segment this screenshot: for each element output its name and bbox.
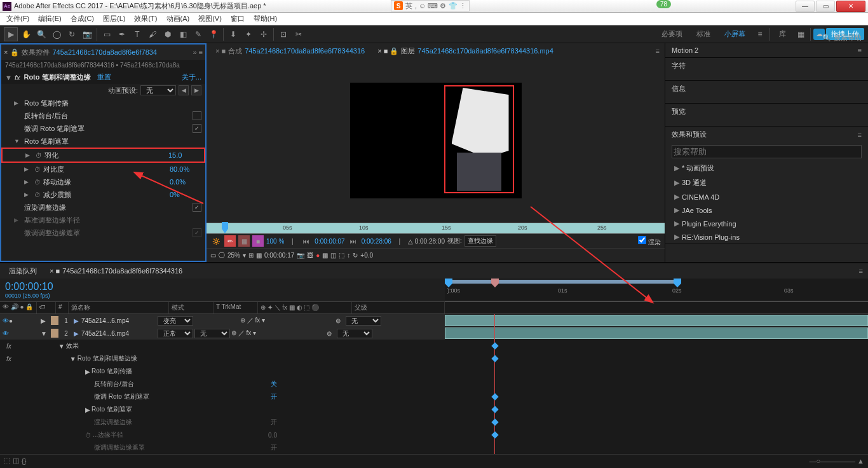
in-marker[interactable] xyxy=(445,279,452,287)
hand-tool[interactable]: ✋ xyxy=(19,27,33,41)
layer-bar[interactable] xyxy=(445,327,868,339)
refine-edge-icon[interactable]: ▦ xyxy=(238,235,250,247)
preset-item[interactable]: ▶3D 通道 xyxy=(665,176,868,190)
library-label[interactable]: 库 xyxy=(773,29,792,39)
resolution-icon[interactable]: ▭ xyxy=(210,252,216,259)
keyframe-icon[interactable] xyxy=(491,431,498,438)
menu-window[interactable]: 窗口 xyxy=(227,13,248,25)
prop-matte[interactable]: ▼Roto 笔刷遮罩 xyxy=(1,135,205,148)
keyframe-icon[interactable] xyxy=(491,418,498,425)
parent-select[interactable]: 无 xyxy=(337,329,372,338)
frame-time[interactable]: 0:00:00:17 xyxy=(264,252,294,259)
stopwatch-icon[interactable]: ⏱ xyxy=(34,179,43,186)
prop-feather[interactable]: ▶⏱羽化15.0 xyxy=(3,149,204,162)
rotate-tool[interactable]: ↻ xyxy=(65,27,79,41)
preset-item[interactable]: ▶* 动画预设 xyxy=(665,161,868,176)
refresh-icon[interactable]: ↻ xyxy=(353,252,358,259)
zoom-slider[interactable]: —○————— ▲ xyxy=(809,457,864,465)
snap-toggle[interactable]: ⊡ xyxy=(276,27,290,41)
orbit-tool[interactable]: ◯ xyxy=(50,27,64,41)
keyframe-icon[interactable] xyxy=(491,342,498,349)
workspace-small[interactable]: 小屏幕 xyxy=(718,29,752,39)
show-snapshot-icon[interactable]: 🖼 xyxy=(307,252,313,259)
preset-next[interactable]: ▶ xyxy=(191,85,201,95)
snapshot-icon[interactable]: 📷 xyxy=(297,252,304,259)
channel-icon[interactable]: ▦ xyxy=(256,252,262,259)
col-trkmat[interactable]: T TrkMat xyxy=(214,302,258,313)
about-link[interactable]: 关于... xyxy=(182,72,201,82)
prop-refine[interactable]: 渲染调整边缘✓ xyxy=(1,201,205,214)
eye-icon[interactable]: 👁 xyxy=(3,330,9,337)
panel-info[interactable]: 信息 xyxy=(665,81,868,97)
menu-help[interactable]: 帮助(H) xyxy=(250,13,281,25)
effects-search[interactable] xyxy=(672,145,862,158)
zoom-tool[interactable]: 🔍 xyxy=(34,27,48,41)
minimize-button[interactable]: — xyxy=(796,1,815,12)
view-axis[interactable]: ✢ xyxy=(257,27,271,41)
preset-select[interactable]: 无 xyxy=(140,85,176,95)
workspace-essentials[interactable]: 必要项 xyxy=(655,29,689,39)
prop-invert[interactable]: 反转前台/后台 xyxy=(1,109,205,122)
pin-tool[interactable]: 📍 xyxy=(207,27,220,41)
selection-tool[interactable]: ▶ xyxy=(4,27,18,41)
fx-prop-row[interactable]: 微调 Roto 笔刷遮罩开 xyxy=(0,390,445,403)
checkbox[interactable]: ✓ xyxy=(193,228,201,237)
panel-menu-icon[interactable]: ≡ xyxy=(656,47,660,55)
prop-finematte[interactable]: 微调调整边缘遮罩✓ xyxy=(1,226,205,239)
preset-item[interactable]: ▶RE:Vision Plug-ins xyxy=(665,230,868,244)
fx-row[interactable]: fx▼ Roto 笔刷和调整边缘 xyxy=(0,352,445,365)
checkbox[interactable]: ✓ xyxy=(193,203,201,212)
fx-prop-row[interactable]: ⏱ ...边缘半径0.0 xyxy=(0,429,445,441)
panel-effects-presets[interactable]: 效果和预设≡ xyxy=(665,127,868,142)
panel-menu-icon[interactable]: ≡ xyxy=(859,267,863,275)
color-icon[interactable]: ● xyxy=(316,252,320,259)
misc-tool[interactable]: ✂ xyxy=(292,27,306,41)
render-queue-tab[interactable]: 渲染队列 xyxy=(5,265,41,277)
layer-tab[interactable]: × ■ 🔒 图层 745a21468c170da8ad8f6e6f7834431… xyxy=(374,45,557,57)
checkbox[interactable]: ✓ xyxy=(193,124,201,133)
stopwatch-icon[interactable]: ⏱ xyxy=(36,152,44,159)
stopwatch-icon[interactable]: ⏱ xyxy=(34,166,43,173)
toggle-brackets-icon[interactable]: {} xyxy=(22,457,26,465)
lock-icon[interactable]: 🔒 xyxy=(10,48,19,57)
guide-icon[interactable]: ↕ xyxy=(347,252,350,259)
transparency-icon[interactable]: ◫ xyxy=(330,252,336,259)
region-icon[interactable]: ▦ xyxy=(322,252,328,259)
menu-edit[interactable]: 编辑(E) xyxy=(34,13,65,25)
fx-prop-row[interactable]: ▶ Roto 笔刷传播 xyxy=(0,365,445,378)
zoom-pct[interactable]: 100 % xyxy=(266,238,284,245)
fx-icon[interactable]: fx xyxy=(15,74,20,81)
preset-item[interactable]: ▶CINEMA 4D xyxy=(665,190,868,203)
eye-icon[interactable]: 👁 xyxy=(3,317,9,324)
timeline-tracks[interactable] xyxy=(445,314,868,454)
time-ruler[interactable]: ):00s 01s 02s 03s xyxy=(445,279,868,301)
workspace-menu-icon[interactable]: ≡ xyxy=(753,27,767,41)
prop-propagate[interactable]: ▶Roto 笔刷传播 xyxy=(1,97,205,109)
brush-tool[interactable]: 🖌 xyxy=(146,27,159,41)
reset-link[interactable]: 重置 xyxy=(97,72,111,82)
panel-preview[interactable]: 预览 xyxy=(665,104,868,120)
parent-select[interactable]: 无 xyxy=(346,316,381,326)
roto-brush-icon[interactable]: ✏ xyxy=(224,235,236,247)
blend-mode[interactable]: 变亮 xyxy=(158,316,193,326)
out-marker[interactable] xyxy=(674,279,681,287)
text-tool[interactable]: T xyxy=(130,27,144,41)
keyframe-icon[interactable] xyxy=(491,406,498,413)
blend-mode[interactable]: 正常 xyxy=(158,329,193,338)
render-check[interactable] xyxy=(638,236,646,244)
panel-motion2[interactable]: Motion 2≡ xyxy=(665,43,868,57)
current-time-display[interactable]: 0:00:00:10 xyxy=(5,281,440,292)
keyframe-icon[interactable] xyxy=(491,393,498,400)
pen-tool[interactable]: ✒ xyxy=(115,27,129,41)
preset-item[interactable]: ▶JAe Tools xyxy=(665,203,868,217)
menu-animation[interactable]: 动画(A) xyxy=(163,13,194,25)
work-area-bar[interactable] xyxy=(445,280,677,284)
playhead[interactable] xyxy=(491,279,499,287)
menu-file[interactable]: 文件(F) xyxy=(3,13,33,25)
roto-tool[interactable]: ✎ xyxy=(191,27,205,41)
view-mode-select[interactable]: 查找边缘 xyxy=(465,235,496,247)
layer-row[interactable]: 👁 ● ▶ 1 ▶ 745a214...6.mp4 变亮 ⊕ ／ fx ▾ ⊚ … xyxy=(0,314,445,327)
close-tab-icon[interactable]: × xyxy=(4,48,8,56)
help-search[interactable]: 🔍 搜索帮助 xyxy=(822,33,862,43)
alpha-icon[interactable]: ■ xyxy=(252,235,264,247)
